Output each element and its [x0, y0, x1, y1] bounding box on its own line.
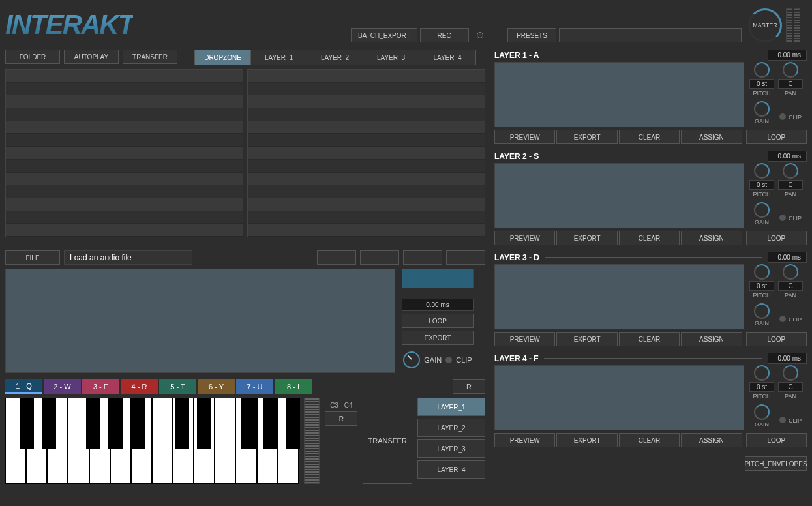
layer-1-export-button[interactable]: EXPORT	[556, 130, 617, 144]
file-button[interactable]: FILE	[5, 250, 60, 265]
layer-4-waveform[interactable]	[494, 365, 744, 430]
black-key[interactable]	[286, 398, 300, 449]
white-key[interactable]	[152, 398, 173, 484]
preset-display[interactable]	[559, 28, 742, 42]
batch-export-button[interactable]: BATCH_EXPORT	[351, 28, 417, 42]
layer-1-gain-knob[interactable]	[754, 101, 770, 117]
layer-1-gain-label: GAIN	[755, 118, 769, 125]
layer-3-loop-button[interactable]: LOOP	[746, 332, 807, 346]
layer-3-gain-knob[interactable]	[754, 303, 770, 319]
layer-4-assign-button[interactable]: ASSIGN	[681, 433, 742, 447]
layer-3-export-button[interactable]: EXPORT	[556, 332, 617, 346]
layer-1-clear-button[interactable]: CLEAR	[619, 130, 680, 144]
file-display-1[interactable]	[317, 250, 356, 265]
layer-2-pitch-label: PITCH	[753, 191, 771, 198]
rec-indicator-icon	[477, 32, 483, 38]
pitch-envelopes-button[interactable]: PITCH_ENVELOPES	[745, 456, 807, 471]
file-display-2[interactable]	[360, 250, 399, 265]
layer-1-tab[interactable]: LAYER_1	[251, 50, 307, 65]
layer-2-waveform[interactable]	[494, 163, 744, 228]
transfer-button[interactable]: TRANSFER	[123, 50, 177, 64]
main-waveform[interactable]	[5, 269, 395, 373]
slot-7[interactable]: 7 - U	[236, 380, 273, 394]
kb-layer-1-button[interactable]: LAYER_1	[417, 398, 485, 416]
black-key[interactable]	[20, 398, 34, 449]
layer-1-pan-knob[interactable]	[783, 62, 798, 78]
autoplay-button[interactable]: AUTOPLAY	[64, 50, 119, 64]
layer-3-clear-button[interactable]: CLEAR	[619, 332, 680, 346]
layer-4-pan-display: C	[778, 382, 803, 392]
layer-1-loop-button[interactable]: LOOP	[746, 130, 807, 144]
white-key[interactable]	[215, 398, 235, 484]
layer-2-pan-label: PAN	[785, 191, 796, 198]
layer-2-ms-display: 0.00 ms	[768, 151, 807, 162]
layer-2-pitch-knob[interactable]	[754, 163, 770, 179]
master-knob[interactable]: MASTER	[748, 8, 782, 42]
layer-3-preview-button[interactable]: PREVIEW	[494, 332, 555, 346]
main-export-button[interactable]: EXPORT	[402, 331, 474, 345]
layer-2-pan-knob[interactable]	[783, 163, 798, 179]
layer-1-preview-button[interactable]: PREVIEW	[494, 130, 555, 144]
layer-4-gain-knob[interactable]	[754, 404, 770, 420]
layer-4-export-button[interactable]: EXPORT	[556, 433, 617, 447]
black-key[interactable]	[197, 398, 211, 449]
slot-8[interactable]: 8 - I	[275, 380, 312, 394]
layer-2-gain-knob[interactable]	[754, 202, 770, 218]
slot-1[interactable]: 1 - Q	[5, 380, 42, 394]
file-display-3[interactable]	[403, 250, 442, 265]
kb-layer-3-button[interactable]: LAYER_3	[417, 439, 485, 458]
layer-1-pitch-label: PITCH	[753, 90, 771, 97]
layer-4-clear-button[interactable]: CLEAR	[619, 433, 680, 447]
black-key[interactable]	[263, 398, 278, 449]
layer-4-preview-button[interactable]: PREVIEW	[494, 433, 555, 447]
main-gain-knob[interactable]	[403, 351, 420, 368]
slot-2[interactable]: 2 - W	[44, 380, 81, 394]
rec-button[interactable]: REC	[420, 28, 469, 42]
black-key[interactable]	[130, 398, 145, 449]
layer-3-pan-knob[interactable]	[783, 264, 798, 280]
black-key[interactable]	[241, 398, 256, 449]
layer-2-preview-button[interactable]: PREVIEW	[494, 231, 555, 245]
layer-3-waveform[interactable]	[494, 264, 744, 329]
black-key[interactable]	[108, 398, 123, 449]
layer-2-loop-button[interactable]: LOOP	[746, 231, 807, 245]
layer-2-assign-button[interactable]: ASSIGN	[681, 231, 742, 245]
main-loop-button[interactable]: LOOP	[402, 314, 474, 328]
layer-4-pan-knob[interactable]	[783, 365, 798, 381]
kb-layer-4-button[interactable]: LAYER_4	[417, 460, 485, 479]
kb-layer-2-button[interactable]: LAYER_2	[417, 419, 485, 437]
layer-4-tab[interactable]: LAYER_4	[419, 50, 475, 65]
layer-4-pitch-knob[interactable]	[754, 365, 770, 381]
slots-r-button[interactable]: R	[453, 380, 485, 394]
slot-3[interactable]: 3 - E	[82, 380, 119, 394]
dropzone-tab[interactable]: DROPZONE	[195, 50, 251, 65]
layer-4-clip-led-icon	[779, 417, 786, 423]
keyboard-r-button[interactable]: R	[325, 411, 357, 426]
layer-2-tab[interactable]: LAYER_2	[307, 50, 363, 65]
mod-wheel[interactable]	[304, 398, 320, 484]
layer-3-tab[interactable]: LAYER_3	[363, 50, 419, 65]
layer-2-clear-button[interactable]: CLEAR	[619, 231, 680, 245]
piano-keyboard[interactable]	[5, 398, 299, 484]
folder-button[interactable]: FOLDER	[5, 50, 60, 64]
black-key[interactable]	[175, 398, 189, 449]
layer-4-loop-button[interactable]: LOOP	[746, 433, 807, 447]
layer-1-assign-button[interactable]: ASSIGN	[681, 130, 742, 144]
layer-3-pitch-knob[interactable]	[754, 264, 770, 280]
black-key[interactable]	[86, 398, 100, 449]
slot-4[interactable]: 4 - R	[121, 380, 158, 394]
keyboard-transfer-button[interactable]: TRANSFER	[363, 398, 412, 484]
layer-1-waveform[interactable]	[494, 62, 744, 127]
file-list-left[interactable]	[5, 69, 243, 237]
slot-6[interactable]: 6 - Y	[198, 380, 235, 394]
waveform-overview[interactable]	[402, 269, 474, 288]
file-display-4[interactable]	[446, 250, 485, 265]
file-list-right[interactable]	[247, 69, 485, 237]
presets-button[interactable]: PRESETS	[507, 28, 556, 42]
layer-3-assign-button[interactable]: ASSIGN	[681, 332, 742, 346]
slot-5[interactable]: 5 - T	[159, 380, 196, 394]
layer-1-clip-label: CLIP	[789, 114, 802, 121]
layer-2-export-button[interactable]: EXPORT	[556, 231, 617, 245]
layer-1-pitch-knob[interactable]	[754, 62, 770, 78]
black-key[interactable]	[42, 398, 56, 449]
